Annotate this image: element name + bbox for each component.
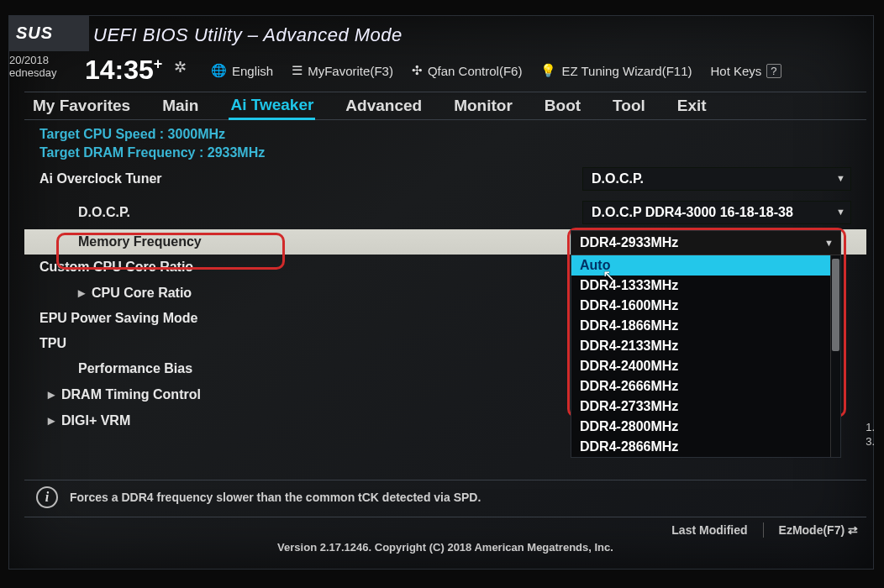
list-icon: ☰ [292,63,303,78]
dropdown-current-value: DDR4-2933MHz [580,235,678,249]
dropdown-option[interactable]: DDR4-2733MHz [571,396,830,417]
chevron-down-icon: ▼ [824,238,834,248]
dropdown-option[interactable]: DDR4-2866MHz [571,437,830,457]
ai-overclock-field[interactable]: D.O.C.P. ▼ [582,167,851,191]
menu-ai-tweaker[interactable]: Ai Tweaker [229,92,315,120]
last-modified-button[interactable]: Last Modified [671,523,747,537]
row-ai-overclock[interactable]: Ai Overclock Tuner D.O.C.P. ▼ [24,162,866,196]
language-label: English [232,64,273,78]
copyright-text: Version 2.17.1246. Copyright (C) 2018 Am… [277,541,613,554]
bulb-icon: 💡 [540,63,556,78]
dropdown-list: Auto DDR4-1333MHz DDR4-1600MHz DDR4-1866… [571,255,830,457]
ai-overclock-label: Ai Overclock Tuner [39,171,582,186]
qfan-label: Qfan Control(F6) [428,64,523,78]
docp-value: D.O.C.P DDR4-3000 16-18-18-38 [592,205,793,219]
qfan-button[interactable]: ✣ Qfan Control(F6) [412,63,523,78]
chevron-down-icon: ▼ [836,173,845,183]
scrollbar-thumb[interactable] [832,259,839,351]
hotkeys-label: Hot Keys [710,64,761,78]
dropdown-option[interactable]: DDR4-2666MHz [571,376,830,396]
info-cpu-speed: Target CPU Speed : 3000MHz [24,125,866,144]
side-numbers: 1. 3. [866,421,875,449]
gear-icon[interactable]: ✲ [174,58,187,76]
side-number: 1. [866,421,875,435]
myfavorite-label: MyFavorite(F3) [308,64,393,78]
divider [763,522,764,538]
app-title: UEFI BIOS Utility – Advanced Mode [93,24,403,46]
dropdown-option[interactable]: DDR4-2133MHz [571,336,830,356]
hotkeys-button[interactable]: Hot Keys ? [710,64,781,78]
date-line1: 20/2018 [9,55,56,67]
menu-main[interactable]: Main [160,93,200,118]
chevron-down-icon: ▼ [836,207,845,217]
info-icon: i [36,486,58,508]
help-text: Forces a DDR4 frequency slower than the … [70,491,481,504]
help-bar: i Forces a DDR4 frequency slower than th… [24,480,866,513]
dropdown-header: DDR4-2933MHz ▼ [571,231,840,255]
dropdown-option[interactable]: DDR4-1866MHz [571,316,830,336]
language-selector[interactable]: 🌐 English [211,63,273,78]
dropdown-option[interactable]: DDR4-1333MHz [571,276,830,296]
docp-field[interactable]: D.O.C.P DDR4-3000 16-18-18-38 ▼ [582,201,851,224]
dropdown-option[interactable]: DDR4-2800MHz [571,417,830,437]
swap-icon: ⇄ [848,523,858,537]
menu-tool[interactable]: Tool [611,93,647,118]
hotkeys-key: ? [766,64,781,78]
dropdown-scrollbar[interactable] [830,255,840,457]
ezmode-button[interactable]: EzMode(F7) ⇄ [779,523,858,537]
myfavorite-button[interactable]: ☰ MyFavorite(F3) [292,63,393,78]
row-docp[interactable]: D.O.C.P. D.O.C.P DDR4-3000 16-18-18-38 ▼ [24,196,866,229]
menu-exit[interactable]: Exit [676,93,708,118]
ez-tuning-button[interactable]: 💡 EZ Tuning Wizard(F11) [540,63,692,78]
menu-boot[interactable]: Boot [543,93,582,118]
footer: Last Modified EzMode(F7) ⇄ Version 2.17.… [24,517,866,560]
ez-tuning-label: EZ Tuning Wizard(F11) [561,64,692,78]
info-dram-freq: Target DRAM Frequency : 2933MHz [24,144,866,162]
dropdown-option[interactable]: DDR4-2400MHz [571,356,830,376]
utility-bar: 🌐 English ☰ MyFavorite(F3) ✣ Qfan Contro… [211,58,866,83]
fan-icon: ✣ [412,63,423,78]
side-number: 3. [866,435,875,449]
date-line2: ednesday [9,67,56,80]
ai-overclock-value: D.O.C.P. [592,171,644,186]
menu-my-favorites[interactable]: My Favorites [31,93,132,118]
date-block: 20/2018 ednesday [9,55,56,80]
ezmode-label: EzMode(F7) [779,523,845,537]
memory-frequency-dropdown[interactable]: DDR4-2933MHz ▼ Auto DDR4-1333MHz DDR4-16… [571,230,841,458]
dropdown-option[interactable]: DDR4-1600MHz [571,296,830,316]
menu-monitor[interactable]: Monitor [452,93,514,118]
main-menu: My Favorites Main Ai Tweaker Advanced Mo… [24,92,866,120]
menu-advanced[interactable]: Advanced [344,93,424,118]
brand-logo: SUS [9,16,89,51]
globe-icon: 🌐 [211,63,227,78]
clock-time: 14:35+ [85,55,162,86]
docp-label: D.O.C.P. [39,205,582,220]
dropdown-option-auto[interactable]: Auto [571,255,830,276]
